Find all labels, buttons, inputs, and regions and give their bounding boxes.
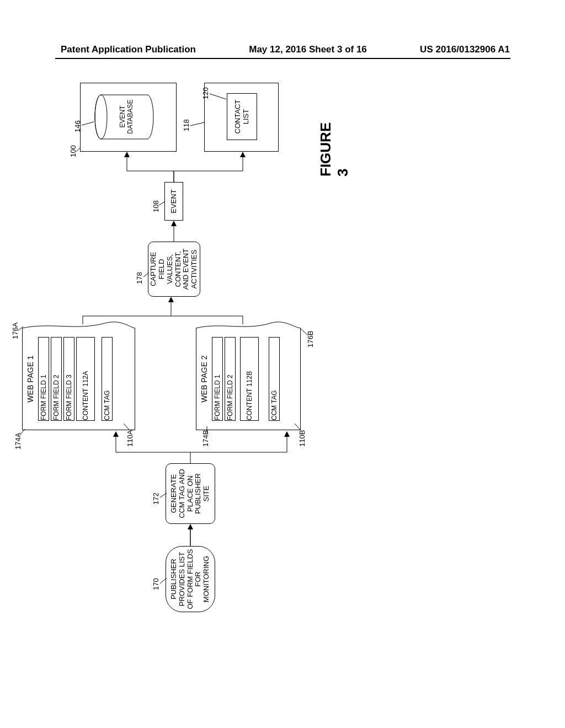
page1-field3: FORM FIELD 3	[63, 337, 74, 421]
svg-marker-20	[168, 297, 174, 302]
figure-canvas: PUBLISHER PROVIDES LIST OF FORM FIELDS F…	[11, 171, 563, 612]
header-left: Patent Application Publication	[61, 44, 196, 55]
ref-110A: 110A	[126, 430, 134, 447]
block-generate-ccm: GENERATE CCM TAG AND PLACE ON PUBLISHER …	[166, 463, 215, 524]
ref178-leader	[143, 266, 150, 277]
arrow-170-172	[188, 524, 193, 546]
conn-pages-178	[83, 297, 248, 324]
svg-line-21	[143, 272, 149, 277]
page2-content: CONTENT 112B	[240, 337, 259, 421]
svg-marker-28	[124, 152, 130, 157]
page2-title: WEB PAGE 2	[200, 328, 209, 430]
header-right: US 2016/0132906 A1	[420, 44, 510, 55]
block-text: GENERATE CCM TAG AND PLACE ON PUBLISHER …	[168, 466, 212, 521]
svg-marker-9	[284, 431, 290, 437]
contact-list-label: CONTACT LIST	[230, 96, 254, 137]
event-database-label: EVENT DATABASE	[119, 93, 135, 140]
ref-146: 146	[73, 120, 82, 132]
block-text: CAPTURE FIELD VALUES, CONTENT, AND EVENT…	[151, 244, 198, 294]
svg-line-38	[210, 94, 226, 99]
page-header: Patent Application Publication May 12, 2…	[0, 44, 565, 55]
ref110B-leader	[292, 419, 300, 430]
page1-title: WEB PAGE 1	[26, 328, 35, 430]
page1-content: CONTENT 112A	[76, 337, 95, 421]
block-text: PUBLISHER PROVIDES LIST OF FORM FIELDS F…	[168, 549, 212, 609]
block-capture: CAPTURE FIELD VALUES, CONTENT, AND EVENT…	[148, 242, 200, 297]
ref100-leader	[76, 144, 82, 152]
ref-170: 170	[152, 578, 160, 590]
figure-label: FIGURE 3	[317, 122, 351, 176]
svg-marker-32	[240, 152, 246, 157]
ref176B-leader	[298, 325, 308, 336]
page1-field2: FORM FIELD 2	[51, 337, 62, 421]
ref-178: 178	[135, 272, 143, 284]
block-text: EVENT	[167, 189, 180, 213]
page2-ccm-tag: CCM TAG	[269, 337, 280, 421]
ref118-leader	[190, 119, 206, 127]
page1-ccm-tag: CCM TAG	[102, 337, 113, 421]
svg-line-10	[19, 429, 25, 436]
ref-172: 172	[152, 493, 160, 505]
ref170-leader	[160, 567, 168, 584]
ref174B-leader	[204, 425, 210, 433]
svg-line-11	[18, 326, 23, 331]
ref110A-leader	[121, 419, 129, 430]
ref-118: 118	[182, 119, 190, 131]
block-publisher-provides: PUBLISHER PROVIDES LIST OF FORM FIELDS F…	[166, 546, 215, 612]
svg-line-35	[76, 147, 81, 152]
ref174A-leader	[19, 425, 27, 436]
page2-field2: FORM FIELD 2	[225, 337, 236, 421]
svg-line-36	[82, 122, 94, 125]
arrow-178-108	[171, 221, 177, 242]
svg-line-37	[190, 122, 204, 126]
svg-line-15	[295, 424, 301, 430]
page2-field1: FORM FIELD 1	[212, 337, 223, 421]
ref-110B: 110B	[298, 430, 306, 447]
arrow-108-db	[121, 152, 177, 182]
svg-marker-23	[171, 221, 177, 226]
ref-120: 120	[201, 87, 210, 99]
ref172-leader	[160, 486, 168, 497]
page1-field1: FORM FIELD 1	[38, 337, 49, 421]
arrow-108-contact	[174, 152, 248, 182]
svg-marker-2	[188, 524, 193, 529]
svg-line-3	[160, 493, 167, 497]
header-middle: May 12, 2016 Sheet 3 of 16	[249, 44, 367, 55]
ref120-leader	[210, 88, 229, 99]
ref108-leader	[159, 196, 166, 205]
web-page-1: WEB PAGE 1 FORM FIELD 1 FORM FIELD 2 FOR…	[22, 328, 135, 430]
web-page-2: WEB PAGE 2 FORM FIELD 1 FORM FIELD 2 CON…	[196, 328, 301, 430]
svg-line-0	[160, 578, 167, 584]
svg-line-14	[301, 329, 308, 335]
ref146-leader	[82, 117, 95, 125]
header-rule	[55, 58, 510, 59]
svg-marker-7	[113, 431, 119, 437]
contact-list-box: CONTACT LIST	[227, 93, 257, 140]
svg-line-24	[159, 202, 164, 205]
svg-line-12	[124, 424, 130, 430]
ref176A-leader	[18, 325, 25, 336]
block-event: EVENT	[164, 182, 183, 221]
